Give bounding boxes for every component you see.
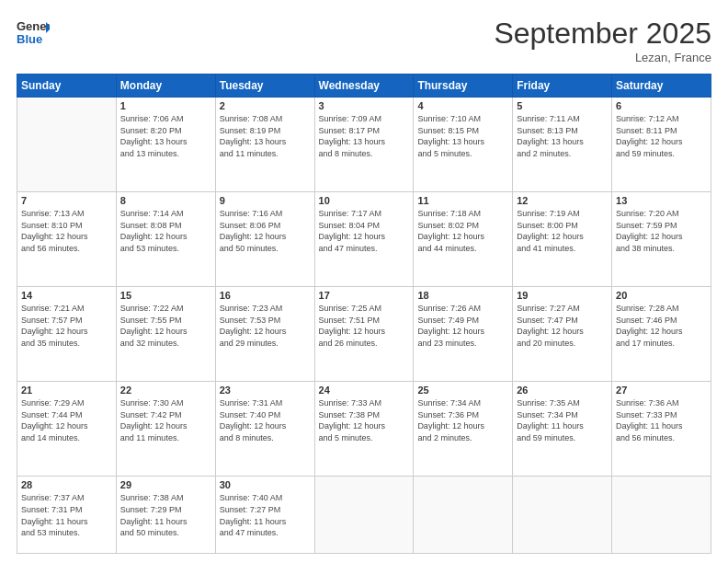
day-number: 5: [517, 100, 608, 111]
calendar-week-row: 21Sunrise: 7:29 AM Sunset: 7:44 PM Dayli…: [17, 382, 711, 477]
table-row: 8Sunrise: 7:14 AM Sunset: 8:08 PM Daylig…: [116, 192, 215, 287]
header-wednesday: Wednesday: [314, 75, 414, 98]
day-info: Sunrise: 7:25 AM Sunset: 7:51 PM Dayligh…: [319, 303, 410, 349]
table-row: 6Sunrise: 7:12 AM Sunset: 8:11 PM Daylig…: [612, 98, 711, 192]
calendar-week-row: 7Sunrise: 7:13 AM Sunset: 8:10 PM Daylig…: [17, 192, 711, 287]
table-row: 14Sunrise: 7:21 AM Sunset: 7:57 PM Dayli…: [17, 287, 117, 382]
table-row: 12Sunrise: 7:19 AM Sunset: 8:00 PM Dayli…: [513, 192, 612, 287]
day-info: Sunrise: 7:28 AM Sunset: 7:46 PM Dayligh…: [616, 303, 707, 349]
weekday-header-row: Sunday Monday Tuesday Wednesday Thursday…: [17, 75, 711, 98]
day-info: Sunrise: 7:21 AM Sunset: 7:57 PM Dayligh…: [21, 303, 112, 349]
day-info: Sunrise: 7:37 AM Sunset: 7:31 PM Dayligh…: [21, 492, 112, 538]
header: General Blue September 2025 Lezan, Franc…: [17, 17, 711, 64]
table-row: 11Sunrise: 7:18 AM Sunset: 8:02 PM Dayli…: [414, 192, 513, 287]
day-number: 15: [120, 290, 211, 301]
day-info: Sunrise: 7:31 AM Sunset: 7:40 PM Dayligh…: [220, 397, 311, 443]
table-row: 9Sunrise: 7:16 AM Sunset: 8:06 PM Daylig…: [215, 192, 314, 287]
table-row: [17, 98, 117, 192]
table-row: 20Sunrise: 7:28 AM Sunset: 7:46 PM Dayli…: [612, 287, 711, 382]
day-info: Sunrise: 7:34 AM Sunset: 7:36 PM Dayligh…: [417, 397, 508, 443]
day-info: Sunrise: 7:22 AM Sunset: 7:55 PM Dayligh…: [120, 303, 211, 349]
day-info: Sunrise: 7:17 AM Sunset: 8:04 PM Dayligh…: [319, 208, 410, 254]
day-info: Sunrise: 7:26 AM Sunset: 7:49 PM Dayligh…: [417, 303, 508, 349]
day-number: 13: [616, 195, 707, 206]
day-info: Sunrise: 7:14 AM Sunset: 8:08 PM Dayligh…: [120, 208, 211, 254]
table-row: [513, 477, 612, 554]
table-row: 4Sunrise: 7:10 AM Sunset: 8:15 PM Daylig…: [414, 98, 513, 192]
table-row: 17Sunrise: 7:25 AM Sunset: 7:51 PM Dayli…: [314, 287, 414, 382]
day-info: Sunrise: 7:13 AM Sunset: 8:10 PM Dayligh…: [21, 208, 112, 254]
table-row: 30Sunrise: 7:40 AM Sunset: 7:27 PM Dayli…: [215, 477, 314, 554]
day-number: 19: [517, 290, 608, 301]
logo-container: General Blue: [17, 17, 50, 50]
logo-bird-icon: General Blue: [17, 17, 50, 50]
table-row: 21Sunrise: 7:29 AM Sunset: 7:44 PM Dayli…: [17, 382, 117, 477]
table-row: 18Sunrise: 7:26 AM Sunset: 7:49 PM Dayli…: [414, 287, 513, 382]
day-number: 1: [120, 100, 211, 111]
day-info: Sunrise: 7:19 AM Sunset: 8:00 PM Dayligh…: [517, 208, 608, 254]
day-number: 25: [417, 385, 508, 396]
page: General Blue September 2025 Lezan, Franc…: [0, 0, 728, 563]
calendar-week-row: 1Sunrise: 7:06 AM Sunset: 8:20 PM Daylig…: [17, 98, 711, 192]
day-number: 6: [616, 100, 707, 111]
day-number: 27: [616, 385, 707, 396]
day-info: Sunrise: 7:06 AM Sunset: 8:20 PM Dayligh…: [120, 113, 211, 159]
day-number: 29: [120, 479, 211, 490]
table-row: 24Sunrise: 7:33 AM Sunset: 7:38 PM Dayli…: [314, 382, 414, 477]
table-row: 2Sunrise: 7:08 AM Sunset: 8:19 PM Daylig…: [215, 98, 314, 192]
day-number: 3: [319, 100, 410, 111]
table-row: 13Sunrise: 7:20 AM Sunset: 7:59 PM Dayli…: [612, 192, 711, 287]
day-info: Sunrise: 7:16 AM Sunset: 8:06 PM Dayligh…: [220, 208, 311, 254]
table-row: 10Sunrise: 7:17 AM Sunset: 8:04 PM Dayli…: [314, 192, 414, 287]
table-row: 22Sunrise: 7:30 AM Sunset: 7:42 PM Dayli…: [116, 382, 215, 477]
table-row: [612, 477, 711, 554]
title-block: September 2025 Lezan, France: [494, 17, 711, 64]
day-number: 20: [616, 290, 707, 301]
table-row: 3Sunrise: 7:09 AM Sunset: 8:17 PM Daylig…: [314, 98, 414, 192]
svg-text:General: General: [17, 19, 50, 33]
svg-text:Blue: Blue: [17, 32, 42, 46]
day-info: Sunrise: 7:36 AM Sunset: 7:33 PM Dayligh…: [616, 397, 707, 443]
table-row: 29Sunrise: 7:38 AM Sunset: 7:29 PM Dayli…: [116, 477, 215, 554]
day-number: 2: [220, 100, 311, 111]
day-number: 30: [220, 479, 311, 490]
day-number: 11: [417, 195, 508, 206]
header-sunday: Sunday: [17, 75, 117, 98]
day-info: Sunrise: 7:08 AM Sunset: 8:19 PM Dayligh…: [220, 113, 311, 159]
day-info: Sunrise: 7:10 AM Sunset: 8:15 PM Dayligh…: [417, 113, 508, 159]
table-row: 16Sunrise: 7:23 AM Sunset: 7:53 PM Dayli…: [215, 287, 314, 382]
header-friday: Friday: [513, 75, 612, 98]
day-number: 17: [319, 290, 410, 301]
day-number: 23: [220, 385, 311, 396]
day-number: 4: [417, 100, 508, 111]
day-number: 9: [220, 195, 311, 206]
calendar-week-row: 28Sunrise: 7:37 AM Sunset: 7:31 PM Dayli…: [17, 477, 711, 554]
day-info: Sunrise: 7:23 AM Sunset: 7:53 PM Dayligh…: [220, 303, 311, 349]
table-row: 28Sunrise: 7:37 AM Sunset: 7:31 PM Dayli…: [17, 477, 117, 554]
table-row: 26Sunrise: 7:35 AM Sunset: 7:34 PM Dayli…: [513, 382, 612, 477]
table-row: 1Sunrise: 7:06 AM Sunset: 8:20 PM Daylig…: [116, 98, 215, 192]
day-info: Sunrise: 7:38 AM Sunset: 7:29 PM Dayligh…: [120, 492, 211, 538]
table-row: 23Sunrise: 7:31 AM Sunset: 7:40 PM Dayli…: [215, 382, 314, 477]
day-number: 18: [417, 290, 508, 301]
table-row: 19Sunrise: 7:27 AM Sunset: 7:47 PM Dayli…: [513, 287, 612, 382]
day-number: 10: [319, 195, 410, 206]
table-row: 15Sunrise: 7:22 AM Sunset: 7:55 PM Dayli…: [116, 287, 215, 382]
calendar-week-row: 14Sunrise: 7:21 AM Sunset: 7:57 PM Dayli…: [17, 287, 711, 382]
table-row: 5Sunrise: 7:11 AM Sunset: 8:13 PM Daylig…: [513, 98, 612, 192]
day-info: Sunrise: 7:12 AM Sunset: 8:11 PM Dayligh…: [616, 113, 707, 159]
day-info: Sunrise: 7:30 AM Sunset: 7:42 PM Dayligh…: [120, 397, 211, 443]
header-thursday: Thursday: [414, 75, 513, 98]
table-row: 27Sunrise: 7:36 AM Sunset: 7:33 PM Dayli…: [612, 382, 711, 477]
day-info: Sunrise: 7:33 AM Sunset: 7:38 PM Dayligh…: [319, 397, 410, 443]
day-info: Sunrise: 7:11 AM Sunset: 8:13 PM Dayligh…: [517, 113, 608, 159]
day-number: 7: [21, 195, 112, 206]
table-row: 25Sunrise: 7:34 AM Sunset: 7:36 PM Dayli…: [414, 382, 513, 477]
day-number: 8: [120, 195, 211, 206]
header-monday: Monday: [116, 75, 215, 98]
table-row: [314, 477, 414, 554]
day-info: Sunrise: 7:35 AM Sunset: 7:34 PM Dayligh…: [517, 397, 608, 443]
day-number: 12: [517, 195, 608, 206]
day-number: 26: [517, 385, 608, 396]
day-number: 28: [21, 479, 112, 490]
